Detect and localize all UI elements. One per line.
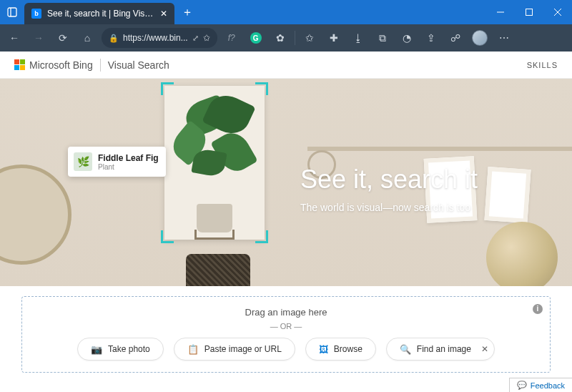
site-header: Microsoft Bing Visual Search SKILLS — [0, 52, 572, 79]
brand-text[interactable]: Microsoft Bing — [29, 59, 93, 71]
subbrand-text[interactable]: Visual Search — [108, 59, 169, 71]
crop-corner-icon[interactable] — [161, 82, 174, 95]
app-icon[interactable]: ◔ — [397, 28, 417, 48]
dropzone-title: Drag an image here — [36, 307, 536, 318]
image-icon: 🖼 — [319, 344, 328, 355]
take-photo-button[interactable]: 📷 Take photo — [77, 338, 164, 361]
callout-subtitle: Plant — [98, 163, 159, 171]
ext-f-icon[interactable]: f? — [222, 28, 242, 48]
take-photo-label: Take photo — [108, 344, 150, 354]
dropzone-or: — OR — — [36, 322, 536, 330]
lock-icon: 🔒 — [109, 34, 119, 43]
clear-icon[interactable]: ✕ — [481, 344, 488, 354]
camera-icon: 📷 — [91, 344, 102, 355]
new-tab-button[interactable]: ＋ — [174, 5, 200, 20]
close-tab-icon[interactable]: ✕ — [160, 9, 167, 19]
more-menu-icon[interactable]: ⋯ — [494, 28, 514, 48]
refresh-button[interactable]: ⟳ — [53, 28, 73, 48]
forward-button[interactable]: → — [29, 28, 49, 48]
bing-favicon-icon: b — [31, 9, 41, 19]
feedback-icon: 💬 — [517, 381, 527, 390]
browser-tab[interactable]: b See it, search it | Bing Visual Sea ✕ — [24, 3, 174, 24]
browser-toolbar: ← → ⟳ ⌂ 🔒 https://www.bin... ⤢ ✩ f? G ✿ … — [0, 24, 572, 52]
hero-title: See it, search it — [300, 165, 478, 195]
link-icon[interactable]: ☍ — [445, 28, 465, 48]
leaf-thumbnail-icon: 🌿 — [74, 152, 92, 171]
visual-search-crop-box[interactable] — [161, 82, 268, 243]
info-icon[interactable]: i — [533, 304, 543, 314]
search-icon: 🔍 — [400, 344, 411, 355]
home-button[interactable]: ⌂ — [77, 28, 97, 48]
profile-avatar[interactable] — [470, 28, 490, 48]
tab-actions-icon[interactable] — [0, 7, 24, 17]
close-window-button[interactable] — [543, 0, 572, 24]
paste-button[interactable]: 📋 Paste image or URL — [174, 338, 295, 361]
image-dropzone[interactable]: i Drag an image here — OR — 📷 Take photo… — [21, 296, 551, 373]
decor-mirror — [0, 165, 72, 265]
maximize-button[interactable] — [515, 0, 543, 24]
window-titlebar: b See it, search it | Bing Visual Sea ✕ … — [0, 0, 572, 24]
feedback-button[interactable]: 💬 Feedback — [509, 378, 572, 392]
find-label: Find an image — [417, 344, 471, 354]
decor-frame — [484, 167, 531, 223]
microsoft-logo-icon — [14, 59, 25, 70]
crop-corner-icon[interactable] — [161, 230, 174, 243]
browse-button[interactable]: 🖼 Browse — [305, 338, 376, 361]
header-divider — [100, 59, 101, 72]
plant-image — [164, 86, 265, 240]
minimize-button[interactable] — [486, 0, 515, 24]
grammarly-icon[interactable]: G — [246, 28, 266, 48]
find-image-button[interactable]: 🔍 Find an image ✕ — [386, 338, 495, 361]
hero-section: 🌿 Fiddle Leaf Fig Plant See it, search i… — [0, 79, 572, 286]
paste-label: Paste image or URL — [204, 344, 282, 354]
skills-link[interactable]: SKILLS — [527, 61, 558, 69]
extensions-icon[interactable]: ✿ — [270, 28, 290, 48]
decor-basket — [186, 254, 250, 286]
feedback-label: Feedback — [531, 381, 565, 390]
toolbar-divider — [295, 31, 295, 45]
svg-rect-3 — [526, 9, 533, 16]
svg-rect-0 — [8, 8, 16, 16]
favorite-star-icon[interactable]: ✩ — [203, 33, 210, 43]
url-text: https://www.bin... — [123, 33, 188, 43]
zoom-icon[interactable]: ⤢ — [192, 34, 199, 43]
collections-icon[interactable]: ✚ — [324, 28, 344, 48]
downloads-icon[interactable]: ⭳ — [348, 28, 368, 48]
back-button[interactable]: ← — [4, 28, 24, 48]
decor-shelf — [307, 147, 572, 151]
clipboard-icon: 📋 — [187, 344, 199, 355]
result-callout[interactable]: 🌿 Fiddle Leaf Fig Plant — [68, 147, 166, 177]
share-icon[interactable]: ⇪ — [421, 28, 441, 48]
browse-label: Browse — [334, 344, 363, 354]
tab-title: See it, search it | Bing Visual Sea — [47, 9, 154, 19]
address-bar[interactable]: 🔒 https://www.bin... ⤢ ✩ — [102, 28, 217, 48]
crop-corner-icon[interactable] — [255, 82, 268, 95]
callout-title: Fiddle Leaf Fig — [98, 153, 159, 163]
screenshot-icon[interactable]: ⧉ — [373, 28, 393, 48]
favorites-icon[interactable]: ✩ — [300, 28, 320, 48]
crop-corner-icon[interactable] — [255, 230, 268, 243]
hero-subtitle: The world is visual—now search is too — [300, 202, 478, 213]
hero-text: See it, search it The world is visual—no… — [300, 165, 478, 213]
decor-globe — [486, 222, 558, 286]
